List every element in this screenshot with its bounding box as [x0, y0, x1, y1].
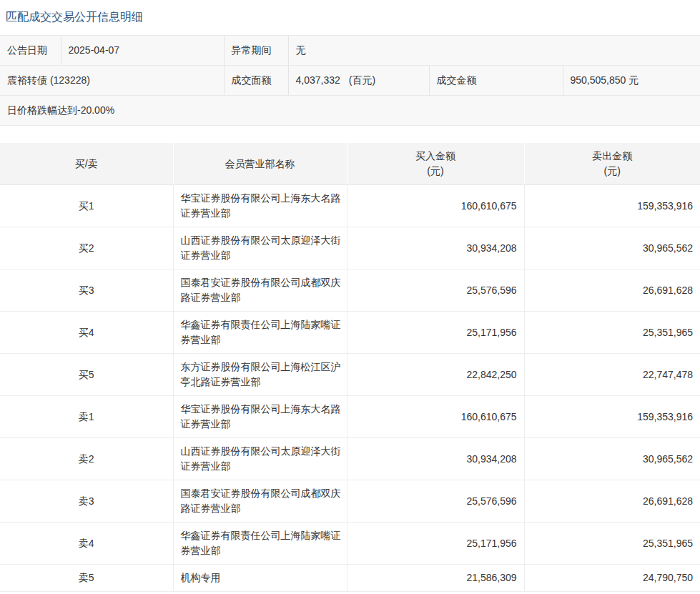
page-title: 匹配成交交易公开信息明细 — [0, 0, 700, 35]
table-row: 卖4华鑫证券有限责任公司上海陆家嘴证券营业部25,171,95625,351,9… — [0, 523, 700, 565]
cell-side: 卖3 — [0, 480, 173, 523]
face-amount-label: 成交面额 — [224, 66, 288, 96]
cell-buy-amount: 25,576,596 — [347, 269, 524, 312]
cell-sell-amount: 30,965,562 — [524, 438, 700, 480]
cell-broker: 机构专用 — [173, 565, 347, 592]
cell-broker: 华鑫证券有限责任公司上海陆家嘴证券营业部 — [173, 523, 347, 565]
trade-table-body: 买1华宝证券股份有限公司上海东大名路证券营业部160,610,675159,35… — [0, 185, 700, 592]
table-row: 卖5机构专用21,586,30924,790,750 — [0, 565, 700, 592]
buy-header-unit: (元) — [355, 164, 517, 179]
cell-broker: 华鑫证券有限责任公司上海陆家嘴证券营业部 — [173, 312, 347, 354]
table-row: 买5东方证券股份有限公司上海松江区沪亭北路证券营业部22,842,25022,7… — [0, 354, 700, 396]
cell-sell-amount: 25,351,965 — [524, 523, 700, 565]
cell-buy-amount: 25,576,596 — [347, 480, 524, 523]
security-name: 震裕转债 (123228) — [0, 66, 224, 96]
column-header-broker: 会员营业部名称 — [173, 143, 347, 185]
cell-side: 买2 — [0, 227, 173, 269]
cell-sell-amount: 25,351,965 — [524, 312, 700, 354]
info-row-security: 震裕转债 (123228) 成交面额 4,037,332(百元) 成交金额 95… — [0, 66, 700, 96]
cell-broker: 华宝证券股份有限公司上海东大名路证券营业部 — [173, 396, 347, 438]
table-row: 买3国泰君安证券股份有限公司成都双庆路证券营业部25,576,59626,691… — [0, 269, 700, 312]
cell-side: 卖5 — [0, 565, 173, 592]
cell-side: 买5 — [0, 354, 173, 396]
cell-broker: 东方证券股份有限公司上海松江区沪亭北路证券营业部 — [173, 354, 347, 396]
cell-buy-amount: 21,586,309 — [347, 565, 524, 592]
cell-buy-amount: 30,934,208 — [347, 438, 524, 480]
cell-broker: 国泰君安证券股份有限公司成都双庆路证券营业部 — [173, 269, 347, 312]
cell-broker: 山西证券股份有限公司太原迎泽大街证券营业部 — [173, 227, 347, 269]
cell-broker: 华宝证券股份有限公司上海东大名路证券营业部 — [173, 185, 347, 227]
cell-side: 卖1 — [0, 396, 173, 438]
sell-header-label: 卖出金额 — [532, 149, 694, 164]
cell-buy-amount: 160,610,675 — [347, 396, 524, 438]
info-row-notice: 日价格跌幅达到-20.00% — [0, 96, 700, 126]
trade-detail-table: 买/卖 会员营业部名称 买入金额(元) 卖出金额(元) 买1华宝证券股份有限公司… — [0, 143, 700, 592]
cell-buy-amount: 30,934,208 — [347, 227, 524, 269]
table-row: 卖1华宝证券股份有限公司上海东大名路证券营业部160,610,675159,35… — [0, 396, 700, 438]
cell-sell-amount: 159,353,916 — [524, 396, 700, 438]
column-header-sell: 卖出金额(元) — [524, 143, 700, 185]
table-row: 买2山西证券股份有限公司太原迎泽大街证券营业部30,934,20830,965,… — [0, 227, 700, 269]
cell-side: 卖4 — [0, 523, 173, 565]
cell-buy-amount: 160,610,675 — [347, 185, 524, 227]
face-amount-unit: (百元) — [349, 74, 375, 86]
cell-sell-amount: 26,691,628 — [524, 269, 700, 312]
announce-date-label: 公告日期 — [0, 36, 61, 66]
cell-sell-amount: 22,747,478 — [524, 354, 700, 396]
cell-broker: 国泰君安证券股份有限公司成都双庆路证券营业部 — [173, 480, 347, 523]
column-header-buy: 买入金额(元) — [347, 143, 524, 185]
cell-side: 买1 — [0, 185, 173, 227]
buy-header-label: 买入金额 — [355, 149, 517, 164]
column-header-side: 买/卖 — [0, 143, 173, 185]
abnormal-period-label: 异常期间 — [224, 36, 288, 66]
cell-side: 买3 — [0, 269, 173, 312]
turnover-label: 成交金额 — [429, 66, 563, 96]
face-amount-number: 4,037,332 — [296, 74, 340, 86]
table-row: 买1华宝证券股份有限公司上海东大名路证券营业部160,610,675159,35… — [0, 185, 700, 227]
cell-sell-amount: 24,790,750 — [524, 565, 700, 592]
table-row: 卖3国泰君安证券股份有限公司成都双庆路证券营业部25,576,59626,691… — [0, 480, 700, 523]
cell-sell-amount: 159,353,916 — [524, 185, 700, 227]
cell-sell-amount: 26,691,628 — [524, 480, 700, 523]
cell-sell-amount: 30,965,562 — [524, 227, 700, 269]
cell-buy-amount: 25,171,956 — [347, 312, 524, 354]
info-row-date: 公告日期 2025-04-07 异常期间 无 — [0, 36, 700, 66]
abnormal-period-value: 无 — [288, 36, 700, 66]
turnover-value: 950,505,850 元 — [563, 66, 700, 96]
table-header-row: 买/卖 会员营业部名称 买入金额(元) 卖出金额(元) — [0, 143, 700, 185]
price-limit-notice: 日价格跌幅达到-20.00% — [0, 96, 700, 126]
sell-header-unit: (元) — [532, 164, 694, 179]
announce-date-value: 2025-04-07 — [61, 36, 224, 66]
cell-buy-amount: 25,171,956 — [347, 523, 524, 565]
table-row: 卖2山西证券股份有限公司太原迎泽大街证券营业部30,934,20830,965,… — [0, 438, 700, 480]
cell-side: 买4 — [0, 312, 173, 354]
table-row: 买4华鑫证券有限责任公司上海陆家嘴证券营业部25,171,95625,351,9… — [0, 312, 700, 354]
cell-buy-amount: 22,842,250 — [347, 354, 524, 396]
cell-side: 卖2 — [0, 438, 173, 480]
summary-info-table: 公告日期 2025-04-07 异常期间 无 震裕转债 (123228) 成交面… — [0, 35, 700, 126]
face-amount-value: 4,037,332(百元) — [288, 66, 429, 96]
cell-broker: 山西证券股份有限公司太原迎泽大街证券营业部 — [173, 438, 347, 480]
